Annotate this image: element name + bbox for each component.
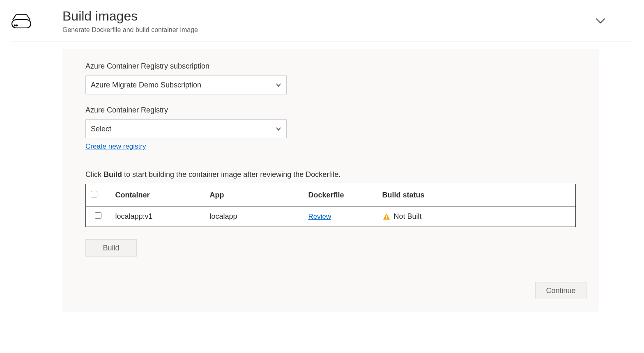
row-checkbox[interactable] bbox=[95, 212, 101, 219]
app-header: App bbox=[205, 184, 304, 206]
warning-icon bbox=[382, 213, 391, 221]
create-registry-link[interactable]: Create new registry bbox=[85, 142, 146, 151]
svg-point-2 bbox=[16, 25, 18, 26]
svg-rect-0 bbox=[12, 20, 31, 28]
container-cell: localapp:v1 bbox=[110, 206, 205, 227]
container-header: Container bbox=[110, 184, 205, 206]
collapse-toggle[interactable] bbox=[594, 14, 607, 27]
subscription-select-value: Azure Migrate Demo Subscription bbox=[91, 81, 276, 89]
svg-rect-4 bbox=[386, 218, 387, 219]
dockerfile-header: Dockerfile bbox=[304, 184, 377, 206]
page-header: Build images Generate Dockerfile and bui… bbox=[12, 8, 632, 41]
page-subtitle: Generate Dockerfile and build container … bbox=[62, 26, 594, 34]
content-panel: Azure Container Registry subscription Az… bbox=[62, 49, 599, 312]
instruction-suffix: to start building the container image af… bbox=[122, 170, 340, 179]
select-all-header bbox=[86, 184, 110, 206]
instruction-bold: Build bbox=[104, 170, 122, 179]
chevron-down-icon bbox=[595, 15, 606, 26]
svg-rect-3 bbox=[386, 215, 387, 218]
chevron-down-icon bbox=[276, 82, 281, 88]
subscription-select[interactable]: Azure Migrate Demo Subscription bbox=[85, 76, 287, 94]
registry-field-group: Azure Container Registry Select Create n… bbox=[85, 106, 576, 151]
row-select-cell bbox=[86, 206, 110, 227]
build-status-header: Build status bbox=[377, 184, 576, 206]
table-row: localapp:v1 localapp Review Not Built bbox=[86, 206, 576, 227]
storage-icon bbox=[10, 13, 33, 30]
page-title: Build images bbox=[62, 8, 594, 24]
continue-button[interactable]: Continue bbox=[535, 282, 586, 299]
review-dockerfile-link[interactable]: Review bbox=[308, 213, 331, 221]
app-cell: localapp bbox=[205, 206, 304, 227]
status-text: Not Built bbox=[394, 212, 422, 221]
build-button[interactable]: Build bbox=[85, 239, 137, 257]
subscription-field-group: Azure Container Registry subscription Az… bbox=[85, 62, 576, 94]
subscription-label: Azure Container Registry subscription bbox=[85, 62, 576, 71]
instruction-prefix: Click bbox=[85, 170, 104, 179]
registry-label: Azure Container Registry bbox=[85, 106, 576, 115]
containers-table: Container App Dockerfile Build status lo… bbox=[85, 184, 576, 227]
build-instruction: Click Build to start building the contai… bbox=[85, 170, 576, 179]
chevron-down-icon bbox=[276, 126, 281, 132]
header-text-block: Build images Generate Dockerfile and bui… bbox=[62, 8, 594, 34]
table-header-row: Container App Dockerfile Build status bbox=[86, 184, 576, 206]
dockerfile-cell: Review bbox=[304, 206, 377, 227]
build-status-cell: Not Built bbox=[377, 206, 576, 227]
registry-select[interactable]: Select bbox=[85, 119, 287, 138]
registry-select-value: Select bbox=[91, 125, 276, 133]
select-all-checkbox[interactable] bbox=[91, 191, 97, 197]
svg-point-1 bbox=[14, 25, 16, 26]
